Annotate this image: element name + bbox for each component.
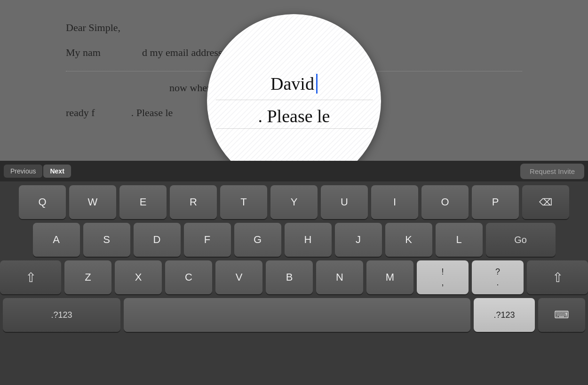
key-b[interactable]: B bbox=[266, 260, 313, 294]
magnifier-text-line1: David bbox=[270, 73, 318, 94]
key-exclaim-comma[interactable]: ! , bbox=[417, 260, 469, 294]
magnifier-divider-1 bbox=[216, 100, 373, 100]
key-y[interactable]: Y bbox=[270, 185, 318, 219]
backspace-icon: ⌫ bbox=[539, 196, 552, 208]
period-icon: . bbox=[496, 277, 499, 288]
key-x[interactable]: X bbox=[115, 260, 162, 294]
request-invite-button[interactable]: Request Invite bbox=[520, 164, 584, 179]
key-u[interactable]: U bbox=[321, 185, 368, 219]
shift-right-button[interactable]: ⇧ bbox=[527, 260, 588, 294]
shift-left-icon: ⇧ bbox=[25, 270, 36, 285]
key-o[interactable]: O bbox=[421, 185, 469, 219]
exclamation-icon: ! bbox=[441, 267, 444, 277]
shift-left-button[interactable]: ⇧ bbox=[0, 260, 61, 294]
key-g[interactable]: G bbox=[234, 223, 281, 257]
next-button[interactable]: Next bbox=[43, 165, 71, 178]
numeric-right-button[interactable]: .?123 bbox=[474, 298, 535, 332]
key-m[interactable]: M bbox=[366, 260, 413, 294]
text-cursor bbox=[316, 74, 318, 94]
magnifier-divider-2 bbox=[216, 128, 373, 129]
magnifier-text-line2: . Please le bbox=[258, 106, 330, 126]
numeric-left-button[interactable]: .?123 bbox=[3, 298, 120, 332]
toolbar-actions: Request Invite bbox=[520, 164, 584, 179]
key-l[interactable]: L bbox=[436, 223, 483, 257]
toolbar-nav: Previous Next bbox=[4, 165, 71, 178]
key-k[interactable]: K bbox=[385, 223, 432, 257]
toolbar: Previous Next Request Invite bbox=[0, 161, 588, 181]
key-d[interactable]: D bbox=[134, 223, 181, 257]
key-p[interactable]: P bbox=[472, 185, 519, 219]
question-icon: ? bbox=[495, 267, 500, 277]
keyboard-row-1: Q W E R T Y U I O P ⌫ bbox=[3, 185, 585, 219]
key-q[interactable]: Q bbox=[19, 185, 66, 219]
content-area: Dear Simple, My namxxxxxxxxd my email ad… bbox=[0, 0, 588, 161]
comma-icon: , bbox=[441, 277, 444, 288]
key-h[interactable]: H bbox=[285, 223, 332, 257]
hide-keyboard-button[interactable]: ⌨ bbox=[538, 298, 585, 332]
key-w[interactable]: W bbox=[69, 185, 116, 219]
key-z[interactable]: Z bbox=[64, 260, 111, 294]
previous-button[interactable]: Previous bbox=[4, 165, 42, 178]
key-question-period[interactable]: ? . bbox=[472, 260, 524, 294]
keyboard: Q W E R T Y U I O P ⌫ A S D F G H J K L … bbox=[0, 181, 588, 385]
go-button[interactable]: Go bbox=[486, 223, 556, 257]
keyboard-row-4: .?123 .?123 ⌨ bbox=[3, 298, 585, 332]
key-j[interactable]: J bbox=[335, 223, 382, 257]
space-button[interactable] bbox=[124, 298, 470, 332]
keyboard-row-3: ⇧ Z X C V B N M ! , ? . ⇧ bbox=[3, 260, 585, 294]
key-c[interactable]: C bbox=[165, 260, 212, 294]
key-r[interactable]: R bbox=[170, 185, 217, 219]
key-s[interactable]: S bbox=[83, 223, 130, 257]
backspace-button[interactable]: ⌫ bbox=[522, 185, 569, 219]
key-v[interactable]: V bbox=[215, 260, 262, 294]
key-a[interactable]: A bbox=[33, 223, 80, 257]
magnifier-word: David bbox=[270, 73, 314, 94]
keyboard-hide-icon: ⌨ bbox=[554, 309, 569, 321]
key-i[interactable]: I bbox=[371, 185, 418, 219]
key-t[interactable]: T bbox=[220, 185, 267, 219]
key-e[interactable]: E bbox=[119, 185, 167, 219]
shift-right-icon: ⇧ bbox=[552, 270, 563, 285]
key-f[interactable]: F bbox=[184, 223, 231, 257]
key-n[interactable]: N bbox=[316, 260, 363, 294]
magnifier-content: David . Please le bbox=[216, 73, 373, 129]
keyboard-row-2: A S D F G H J K L Go bbox=[3, 223, 585, 257]
